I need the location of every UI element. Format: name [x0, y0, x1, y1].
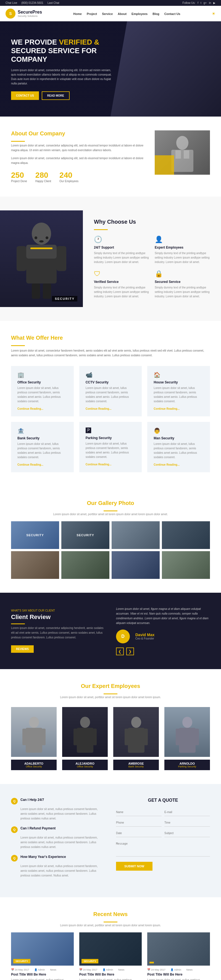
house-icon: 🏠 [153, 372, 204, 378]
offer-item-1-title: CCTV Security [86, 380, 136, 384]
news-card-2: 📅 24 May 2017 👤 Admin News Post Title Wi… [147, 932, 210, 980]
faq-question-2: How Many Year's Experience [21, 855, 66, 859]
employee-image-1 [62, 707, 108, 757]
read-more-button[interactable]: READ MORE [42, 91, 69, 100]
employee-name-tag-1: ALEJANDRO Office Security [62, 760, 108, 770]
quote-email-input[interactable] [164, 808, 210, 816]
hero-content: WE PROVIDE VERIFIED & SECURED SERVICE FO… [11, 38, 116, 100]
svg-rect-30 [195, 729, 199, 745]
why-section: SECURITY Why Choose Us 🕐 24/7 Support Si… [0, 197, 221, 321]
offer-item-0: 🏢 Office Security Lorem ipsum dolor sit … [11, 366, 74, 416]
gallery-item-4[interactable] [11, 551, 59, 579]
news-author-1: 👤 Admin [103, 968, 115, 971]
social-yt[interactable]: ▶ [213, 2, 215, 5]
news-date-0: 📅 24 May 2017 [11, 968, 32, 971]
faq-question-1: Can I Refund Payment [21, 826, 55, 830]
quote-subject-input[interactable] [164, 829, 210, 837]
reviewer-name: David Max [135, 633, 155, 637]
gallery-item-0[interactable]: SECURITY [11, 521, 59, 549]
quote-date-input[interactable] [116, 829, 162, 837]
why-item-2-title: Verified Service [94, 280, 149, 284]
nav-employees[interactable]: Employees [131, 12, 147, 16]
employee-image-3 [164, 707, 210, 757]
logo-icon: S [6, 9, 16, 19]
svg-rect-17 [22, 729, 26, 745]
gallery-item-2[interactable] [112, 521, 159, 549]
gallery-item-6[interactable] [112, 551, 159, 579]
gallery-item-1[interactable]: SECURITY [62, 521, 109, 549]
review-next-button[interactable]: ❯ [126, 648, 134, 655]
quote-submit-button[interactable]: SUBMIT NOW [116, 862, 153, 871]
quote-name-input[interactable] [116, 808, 162, 816]
offer-item-3-link[interactable]: Continue Reading... [17, 463, 43, 466]
svg-point-13 [46, 236, 48, 239]
offer-item-5-desc: Lorem ipsum dolor sit amet, lullus preti… [153, 442, 204, 460]
quote-phone-input[interactable] [116, 819, 162, 827]
chat-live-link[interactable]: Chat Live [6, 2, 17, 5]
offer-item-1-link[interactable]: Continue Reading... [86, 407, 112, 410]
svg-rect-29 [176, 729, 180, 745]
svg-point-27 [182, 717, 192, 728]
news-tag-1: News [118, 968, 125, 971]
offer-item-4-desc: Lorem ipsum dolor sit amet, lullus preti… [86, 442, 136, 459]
stat-projects-label: Project Done [11, 180, 27, 183]
social-tw[interactable]: t [200, 2, 201, 5]
last-chat-link[interactable]: Last Chat [47, 2, 59, 5]
bank-icon: 🏦 [17, 428, 68, 434]
nav-blog[interactable]: Blog [153, 12, 159, 16]
about-image [155, 130, 210, 175]
social-gp[interactable]: g+ [204, 2, 207, 5]
logo[interactable]: S SecurePres Security Solutions [6, 9, 42, 19]
social-fb[interactable]: f [197, 2, 198, 5]
social-ln[interactable]: in [209, 2, 211, 5]
office-icon: 🏢 [17, 372, 68, 378]
news-card-0: SECURITY 📅 24 May 2017 👤 Admin News Post… [11, 932, 74, 980]
review-button[interactable]: REVIEWS [11, 645, 34, 653]
review-title: Client Review [11, 614, 105, 620]
review-prev-button[interactable]: ❮ [116, 648, 124, 655]
offer-item-4-link[interactable]: Continue Reading... [86, 463, 112, 466]
svg-rect-11 [30, 248, 52, 249]
nav-about[interactable]: About [118, 12, 126, 16]
svg-rect-2 [175, 150, 181, 159]
offer-item-1: 📹 CCTV Security Lorem ipsum dolor sit am… [79, 366, 142, 416]
phone-link[interactable]: (800) 01234-5601 [21, 2, 43, 5]
nav-project[interactable]: Project [87, 12, 97, 16]
news-date-2: 📅 24 May 2017 [147, 968, 168, 971]
offer-grid: 🏢 Office Security Lorem ipsum dolor sit … [11, 366, 210, 472]
employee-3-role: Parking Security [169, 765, 206, 768]
news-badge-1: SECURITY [82, 959, 99, 963]
contact-us-button[interactable]: CONTACT US [11, 91, 39, 100]
nav-contact[interactable]: Contact Us [164, 12, 180, 16]
faq-item-0: Q Can I Help 24/7 Lorem ipsum dolor sit … [11, 798, 105, 821]
svg-rect-24 [128, 728, 144, 753]
review-right: Lorem ipsum dolor sit amet, figure magna… [116, 606, 210, 655]
gallery-item-3[interactable] [162, 521, 210, 549]
news-excerpt-2: Lorem ipsum dolor sit amet, nullus preti… [147, 978, 210, 980]
nav-home[interactable]: Home [73, 12, 82, 16]
offer-item-2: 🏠 House Security Lorem ipsum dolor sit a… [147, 366, 210, 416]
offer-item-0-title: Office Security [17, 380, 68, 384]
logo-text-block: SecurePres Security Solutions [18, 10, 42, 18]
employee-card-0: ADALBERTO Office Security [11, 707, 57, 770]
quote-message-textarea[interactable] [116, 840, 210, 856]
offer-item-0-link[interactable]: Continue Reading... [17, 407, 43, 410]
offer-item-2-link[interactable]: Continue Reading... [153, 407, 180, 410]
gallery-item-7[interactable] [162, 551, 210, 579]
news-badge-2 [150, 962, 154, 963]
svg-rect-6 [26, 245, 57, 259]
faq-item-1: Q Can I Refund Payment Lorem ipsum dolor… [11, 826, 105, 850]
employees-grid: ADALBERTO Office Security ALEJANDRO Offi… [11, 707, 210, 770]
gallery-item-5[interactable] [62, 551, 109, 579]
why-item-2: 🛡 Verified Service Simply dummy text of … [94, 270, 149, 299]
verified-icon: 🛡 [94, 270, 149, 278]
nav-service[interactable]: Service [102, 12, 113, 16]
svg-point-15 [29, 717, 39, 728]
offer-item-5-link[interactable]: Continue Reading... [153, 463, 180, 466]
review-nav: ❮ ❯ [116, 648, 210, 655]
svg-rect-28 [179, 728, 196, 753]
quote-time-input[interactable] [164, 819, 210, 827]
svg-point-12 [35, 236, 37, 239]
topbar: Chat Live (800) 01234-5601 Last Chat Fol… [0, 0, 221, 6]
employee-name-tag-0: ADALBERTO Office Security [11, 760, 57, 770]
